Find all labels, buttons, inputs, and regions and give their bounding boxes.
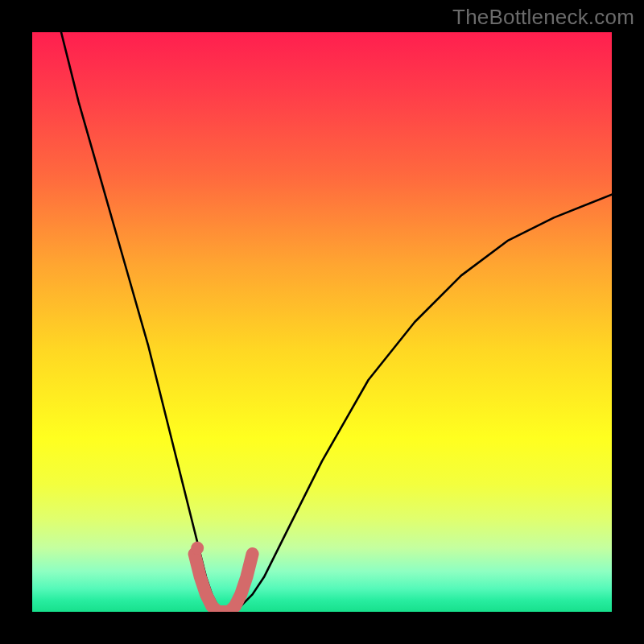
chart-frame: TheBottleneck.com	[0, 0, 644, 644]
curve-layer	[32, 32, 612, 612]
bottleneck-curve	[61, 32, 612, 612]
watermark-text: TheBottleneck.com	[452, 5, 634, 30]
plot-area	[32, 32, 612, 612]
highlight-dot	[191, 542, 204, 555]
